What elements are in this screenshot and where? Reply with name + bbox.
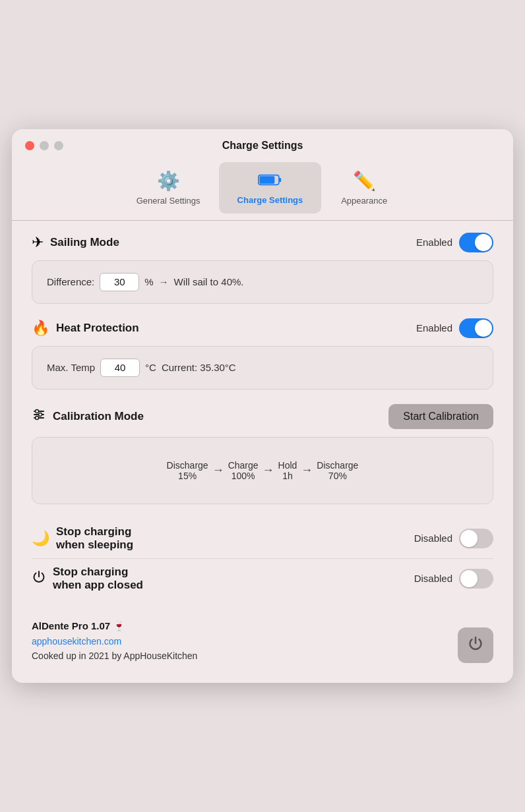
stop-closed-status: Disabled bbox=[414, 573, 452, 584]
difference-unit: % bbox=[144, 276, 153, 287]
cal-step-2: Charge100% bbox=[228, 460, 259, 481]
cal-step-3: Hold1h bbox=[278, 460, 297, 481]
minimize-button[interactable] bbox=[40, 141, 49, 150]
stop-sleeping-toggle[interactable] bbox=[459, 529, 493, 548]
cal-arrow-3: → bbox=[301, 463, 313, 477]
tab-bar: ⚙️ General Settings Charge Settings ✏️ A… bbox=[12, 157, 513, 214]
heat-info-row: Max. Temp °C Current: 35.30°C bbox=[47, 359, 478, 377]
max-temp-label: Max. Temp bbox=[47, 362, 95, 373]
stop-closed-line1: Stop charging bbox=[53, 566, 128, 578]
stop-closed-line2: when app closed bbox=[53, 579, 143, 591]
calibration-mode-left: Calibration Mode bbox=[32, 407, 144, 426]
stop-closed-left: Stop charging when app closed bbox=[32, 566, 143, 592]
stop-closed-row: Stop charging when app closed Disabled bbox=[32, 558, 493, 598]
heat-protection-left: 🔥 Heat Protection bbox=[32, 320, 139, 337]
footer-tagline: Cooked up in 2021 by AppHouseKitchen bbox=[32, 651, 197, 661]
sailing-toggle-knob bbox=[475, 234, 492, 251]
app-website-link[interactable]: apphousekitchen.com bbox=[32, 636, 121, 647]
cal-step-4: Discharge70% bbox=[317, 460, 358, 481]
footer: AlDente Pro 1.07 🍷 apphousekitchen.com C… bbox=[12, 605, 513, 664]
calibration-info-box: Discharge15% → Charge100% → Hold1h → Dis… bbox=[32, 437, 493, 504]
svg-rect-1 bbox=[260, 176, 275, 183]
sailing-mode-right: Enabled bbox=[416, 233, 493, 252]
heat-protection-row: 🔥 Heat Protection Enabled bbox=[32, 318, 493, 338]
footer-text: AlDente Pro 1.07 🍷 apphousekitchen.com C… bbox=[32, 618, 197, 664]
stop-sleeping-right: Disabled bbox=[414, 529, 493, 548]
heat-info-box: Max. Temp °C Current: 35.30°C bbox=[32, 346, 493, 390]
power-button-icon bbox=[467, 635, 484, 656]
traffic-lights bbox=[25, 141, 63, 150]
sailing-mode-left: ✈ Sailing Mode bbox=[32, 234, 119, 251]
svg-point-6 bbox=[36, 409, 39, 413]
heat-toggle[interactable] bbox=[459, 318, 493, 338]
stop-closed-toggle[interactable] bbox=[459, 569, 493, 589]
difference-label: Difference: bbox=[47, 276, 94, 287]
cal-arrow-2: → bbox=[262, 463, 274, 477]
calibration-title: Calibration Mode bbox=[53, 410, 144, 423]
tab-charge-label: Charge Settings bbox=[237, 195, 303, 205]
sailing-mode-row: ✈ Sailing Mode Enabled bbox=[32, 233, 493, 252]
sailing-icon: ✈ bbox=[32, 234, 44, 251]
tab-general[interactable]: ⚙️ General Settings bbox=[118, 162, 219, 214]
sleep-icon: 🌙 bbox=[32, 530, 49, 547]
cal-arrow-1: → bbox=[212, 463, 224, 477]
window-title: Charge Settings bbox=[222, 140, 303, 152]
tab-charge[interactable]: Charge Settings bbox=[219, 162, 322, 214]
stop-sleeping-status: Disabled bbox=[414, 533, 452, 544]
heat-icon: 🔥 bbox=[32, 320, 49, 337]
calibration-steps: Discharge15% → Charge100% → Hold1h → Dis… bbox=[47, 450, 478, 492]
svg-rect-2 bbox=[279, 177, 281, 182]
difference-desc: Will sail to 40%. bbox=[174, 276, 244, 287]
main-window: Charge Settings ⚙️ General Settings Char… bbox=[12, 129, 513, 683]
heat-toggle-knob bbox=[475, 320, 492, 337]
stop-sleeping-left: 🌙 Stop charging when sleeping bbox=[32, 525, 133, 552]
temp-unit: °C bbox=[145, 362, 156, 373]
difference-input[interactable] bbox=[100, 273, 139, 291]
sailing-mode-title: Sailing Mode bbox=[50, 236, 119, 249]
svg-point-7 bbox=[39, 413, 42, 416]
tab-appearance[interactable]: ✏️ Appearance bbox=[321, 162, 407, 214]
sailing-toggle[interactable] bbox=[459, 233, 493, 252]
stop-closed-title: Stop charging when app closed bbox=[53, 566, 143, 592]
title-bar: Charge Settings bbox=[12, 129, 513, 157]
start-calibration-button[interactable]: Start Calibration bbox=[388, 404, 493, 429]
tab-general-label: General Settings bbox=[137, 196, 201, 206]
calibration-right: Start Calibration bbox=[388, 404, 493, 429]
stop-sleeping-knob bbox=[460, 530, 478, 547]
cal-step-1: Discharge15% bbox=[167, 460, 208, 481]
current-temp: Current: 35.30°C bbox=[162, 362, 236, 373]
content-area: ✈ Sailing Mode Enabled Difference: % → W… bbox=[12, 233, 513, 598]
maximize-button[interactable] bbox=[54, 141, 63, 150]
stop-closed-knob bbox=[460, 570, 478, 587]
difference-arrow: → bbox=[159, 276, 169, 287]
appearance-icon: ✏️ bbox=[353, 170, 376, 192]
sailing-status: Enabled bbox=[416, 237, 452, 248]
stop-sleeping-line1: Stop charging bbox=[56, 525, 131, 538]
calibration-icon bbox=[32, 407, 46, 426]
stop-closed-right: Disabled bbox=[414, 569, 493, 589]
cal-step-2-text: Charge100% bbox=[228, 460, 259, 481]
stop-sleeping-row: 🌙 Stop charging when sleeping Disabled bbox=[32, 519, 493, 558]
power-off-icon bbox=[32, 569, 46, 588]
svg-point-8 bbox=[36, 416, 39, 419]
cal-step-4-text: Discharge70% bbox=[317, 460, 358, 481]
stop-sleeping-title: Stop charging when sleeping bbox=[56, 525, 133, 552]
heat-status: Enabled bbox=[416, 322, 452, 334]
power-button[interactable] bbox=[458, 627, 493, 663]
general-settings-icon: ⚙️ bbox=[157, 170, 180, 192]
sailing-info-row: Difference: % → Will sail to 40%. bbox=[47, 273, 478, 291]
app-name: AlDente Pro 1.07 🍷 bbox=[32, 618, 197, 634]
cal-step-3-text: Hold1h bbox=[278, 460, 297, 481]
cal-step-1-text: Discharge15% bbox=[167, 460, 208, 481]
sailing-info-box: Difference: % → Will sail to 40%. bbox=[32, 260, 493, 304]
max-temp-input[interactable] bbox=[100, 359, 140, 377]
charge-settings-icon bbox=[258, 170, 282, 191]
heat-protection-right: Enabled bbox=[416, 318, 493, 338]
tab-divider bbox=[12, 220, 513, 221]
tab-appearance-label: Appearance bbox=[341, 196, 387, 206]
calibration-mode-row: Calibration Mode Start Calibration bbox=[32, 404, 493, 429]
stop-sleeping-line2: when sleeping bbox=[56, 538, 133, 551]
close-button[interactable] bbox=[25, 141, 34, 150]
heat-protection-title: Heat Protection bbox=[56, 322, 139, 335]
